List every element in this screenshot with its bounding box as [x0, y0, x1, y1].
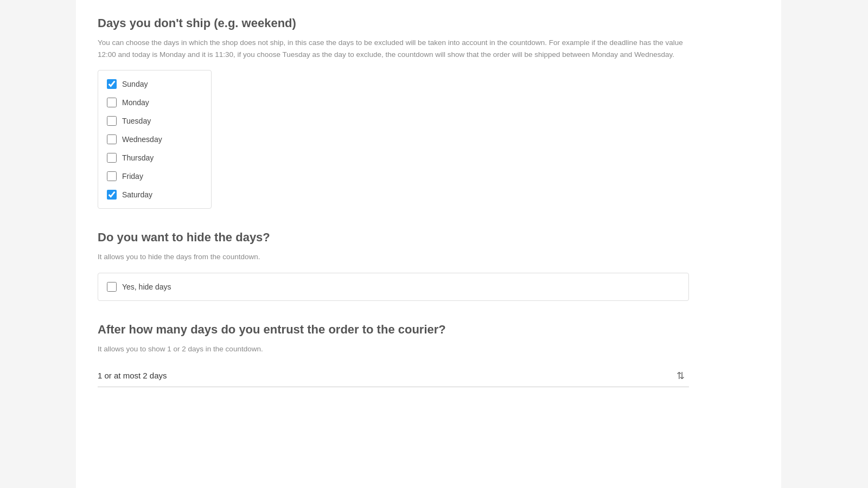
day-label-tuesday[interactable]: Tuesday: [122, 117, 151, 125]
hide-days-checkbox[interactable]: [107, 282, 117, 292]
day-checkbox-wednesday[interactable]: [107, 134, 117, 144]
day-checkbox-tuesday[interactable]: [107, 116, 117, 126]
no-ship-days-section: Days you don't ship (e.g. weekend) You c…: [98, 16, 749, 209]
days-checkbox-group: SundayMondayTuesdayWednesdayThursdayFrid…: [98, 70, 212, 209]
hide-days-section: Do you want to hide the days? It allows …: [98, 230, 749, 301]
courier-days-select[interactable]: 1 day1 or at most 2 days2 days: [98, 364, 689, 387]
no-ship-days-description: You can choose the days in which the sho…: [98, 37, 694, 60]
day-checkbox-monday[interactable]: [107, 98, 117, 107]
hide-days-checkbox-container: Yes, hide days: [98, 273, 689, 301]
day-item-tuesday[interactable]: Tuesday: [98, 112, 211, 130]
hide-days-label[interactable]: Yes, hide days: [122, 282, 171, 291]
day-checkbox-sunday[interactable]: [107, 79, 117, 89]
day-checkbox-friday[interactable]: [107, 171, 117, 181]
hide-days-title: Do you want to hide the days?: [98, 230, 749, 245]
day-checkbox-thursday[interactable]: [107, 153, 117, 163]
day-checkbox-saturday[interactable]: [107, 190, 117, 200]
day-label-monday[interactable]: Monday: [122, 98, 149, 107]
hide-days-description: It allows you to hide the days from the …: [98, 251, 694, 263]
courier-days-select-container: 1 day1 or at most 2 days2 days ⇅: [98, 364, 689, 387]
day-item-sunday[interactable]: Sunday: [98, 75, 211, 93]
courier-days-description: It allows you to show 1 or 2 days in the…: [98, 343, 694, 355]
day-item-friday[interactable]: Friday: [98, 167, 211, 185]
no-ship-days-title: Days you don't ship (e.g. weekend): [98, 16, 749, 30]
day-item-monday[interactable]: Monday: [98, 93, 211, 112]
day-label-saturday[interactable]: Saturday: [122, 190, 152, 199]
day-label-thursday[interactable]: Thursday: [122, 153, 154, 162]
courier-days-section: After how many days do you entrust the o…: [98, 323, 749, 388]
hide-days-item[interactable]: Yes, hide days: [98, 278, 688, 296]
day-label-friday[interactable]: Friday: [122, 172, 143, 181]
day-item-saturday[interactable]: Saturday: [98, 185, 211, 204]
day-item-thursday[interactable]: Thursday: [98, 149, 211, 167]
day-label-sunday[interactable]: Sunday: [122, 80, 148, 88]
day-label-wednesday[interactable]: Wednesday: [122, 135, 162, 144]
day-item-wednesday[interactable]: Wednesday: [98, 130, 211, 149]
courier-days-title: After how many days do you entrust the o…: [98, 323, 749, 337]
